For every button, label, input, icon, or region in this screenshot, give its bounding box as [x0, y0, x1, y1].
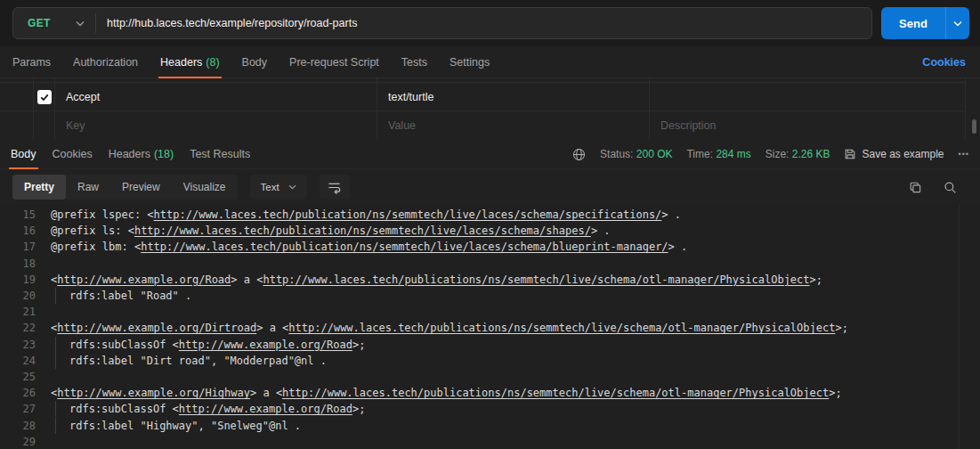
tab-headers-count: (8) — [206, 56, 219, 69]
table-scrollbar-thumb[interactable] — [972, 119, 976, 134]
code-text: > a < — [250, 387, 282, 399]
size-badge: Size: 2.26 KB — [765, 148, 830, 160]
line-number: 24 — [0, 353, 36, 369]
tab-authorization[interactable]: Authorization — [73, 46, 138, 78]
code-line: 16@prefix ls: <http://www.laces.tech/pub… — [0, 223, 980, 239]
indent-guide — [55, 337, 69, 353]
indent-guide — [55, 353, 69, 369]
response-tab-body[interactable]: Body — [11, 140, 36, 168]
response-tab-cookies[interactable]: Cookies — [53, 140, 93, 168]
globe-icon — [572, 148, 586, 161]
code-line: 28rdfs:label "Highway", "Snelweg"@nl . — [0, 418, 980, 434]
code-url-link[interactable]: http://www.example.org/Road — [179, 403, 352, 415]
code-lines: 15@prefix lspec: <http://www.laces.tech/… — [0, 207, 980, 449]
table-row-new: Key Value Description — [0, 111, 966, 139]
code-url-link[interactable]: http://www.example.org/Dirtroad — [57, 322, 256, 334]
format-dropdown-label: Text — [261, 182, 279, 192]
indent-guide — [55, 288, 69, 304]
save-as-example-button[interactable]: Save as example — [844, 148, 944, 160]
key-input-placeholder[interactable]: Key — [54, 111, 377, 139]
postman-app: GET Send Params Authorization Headers (8… — [0, 0, 980, 449]
line-number: 28 — [0, 418, 36, 434]
code-line: 23rdfs:subClassOf <http://www.example.or… — [0, 337, 980, 353]
response-tab-test-results[interactable]: Test Results — [190, 140, 250, 168]
send-options-button[interactable] — [945, 7, 969, 39]
view-mode-switcher: Pretty Raw Preview Visualize — [12, 175, 238, 200]
copy-response-button[interactable] — [909, 181, 922, 194]
header-row-checkbox[interactable] — [37, 90, 52, 104]
code-text: rdfs:label "Highway", "Snelweg"@nl . — [69, 420, 301, 432]
view-tab-pretty[interactable]: Pretty — [12, 175, 66, 200]
line-number: 29 — [0, 434, 36, 449]
chevron-down-icon — [76, 20, 85, 27]
view-tab-visualize[interactable]: Visualize — [172, 175, 238, 200]
line-number: 25 — [0, 369, 36, 385]
check-icon — [39, 92, 50, 102]
code-url-link[interactable]: http://www.laces.tech/publication/ns/sem… — [134, 224, 591, 237]
request-bar: GET Send — [0, 0, 980, 46]
response-body-viewer[interactable]: 15@prefix lspec: <http://www.laces.tech/… — [0, 205, 980, 449]
line-number: 23 — [0, 337, 36, 353]
code-text: rdfs:subClassOf < — [69, 403, 179, 415]
header-key-cell[interactable]: Accept — [54, 83, 377, 110]
code-line: 17@prefix lbm: <http://www.laces.tech/pu… — [0, 239, 980, 255]
code-line: 24rdfs:label "Dirt road", "Modderpad"@nl… — [0, 353, 980, 369]
tab-settings[interactable]: Settings — [450, 46, 490, 78]
drag-handle-cell — [0, 83, 33, 110]
code-url-link[interactable]: http://www.example.org/Road — [57, 273, 231, 286]
tab-pre-request-script[interactable]: Pre-request Script — [289, 46, 379, 78]
view-tab-raw[interactable]: Raw — [66, 175, 110, 200]
code-text: rdfs:subClassOf < — [69, 339, 179, 351]
search-response-button[interactable] — [944, 181, 957, 194]
value-input-placeholder[interactable]: Value — [377, 111, 649, 139]
status-badge: Status: 200 OK — [600, 148, 672, 160]
response-tab-headers[interactable]: Headers (18) — [109, 140, 174, 168]
tab-tests[interactable]: Tests — [401, 46, 427, 78]
code-url-link[interactable]: http://www.laces.tech/publications/ns/se… — [288, 322, 835, 334]
code-url-link[interactable]: http://www.example.org/Highway — [57, 387, 250, 399]
tab-body[interactable]: Body — [242, 46, 268, 78]
line-number: 19 — [0, 272, 36, 288]
code-url-link[interactable]: http://www.laces.tech/publication/ns/sem… — [141, 241, 668, 253]
method-selector[interactable]: GET — [13, 8, 95, 38]
code-line: 19<http://www.example.org/Road> a <http:… — [0, 272, 980, 288]
tab-headers[interactable]: Headers (8) — [160, 46, 220, 78]
chevron-down-icon — [288, 184, 296, 190]
code-scrollbar-track[interactable] — [959, 205, 960, 449]
code-text: > . — [661, 208, 681, 221]
tab-params[interactable]: Params — [12, 46, 51, 78]
save-icon — [844, 148, 856, 160]
url-input[interactable] — [96, 8, 871, 38]
ellipsis-icon: ••• — [959, 150, 969, 159]
header-value-cell[interactable]: text/turtle — [377, 83, 649, 110]
code-url-link[interactable]: http://www.laces.tech/publications/ns/se… — [263, 273, 809, 286]
description-input-placeholder[interactable]: Description — [649, 111, 966, 139]
code-text: >; — [352, 403, 365, 415]
code-line: 21 — [0, 304, 980, 320]
view-tab-preview[interactable]: Preview — [110, 175, 172, 200]
code-text: > a < — [231, 273, 263, 286]
code-text: > a < — [256, 322, 288, 334]
tab-headers-label: Headers — [160, 56, 202, 69]
search-icon — [944, 181, 957, 194]
code-url-link[interactable]: http://www.laces.tech/publications/ns/se… — [282, 387, 829, 399]
network-info-button[interactable] — [572, 148, 586, 161]
format-dropdown[interactable]: Text — [250, 175, 307, 200]
code-text: >; — [352, 339, 365, 351]
code-line: 20rdfs:label "Road" . — [0, 288, 980, 304]
code-url-link[interactable]: http://www.laces.tech/publication/ns/sem… — [154, 208, 662, 221]
send-button[interactable]: Send — [881, 7, 945, 39]
response-meta: Status: 200 OK Time: 284 ms Size: 2.26 K… — [572, 140, 969, 168]
code-line: 26<http://www.example.org/Highway> a <ht… — [0, 385, 980, 401]
code-text: >; — [835, 322, 847, 334]
code-line: 15@prefix lspec: <http://www.laces.tech/… — [0, 207, 980, 223]
wrap-lines-button[interactable] — [320, 175, 350, 200]
code-url-link[interactable]: http://www.example.org/Road — [179, 339, 352, 351]
url-container: GET — [12, 7, 872, 39]
send-group: Send — [881, 7, 969, 39]
request-tabs: Params Authorization Headers (8) Body Pr… — [0, 46, 980, 78]
line-number: 21 — [0, 304, 36, 320]
more-options-button[interactable]: ••• — [959, 150, 969, 159]
header-description-cell[interactable] — [649, 83, 966, 110]
cookies-link[interactable]: Cookies — [922, 56, 966, 69]
